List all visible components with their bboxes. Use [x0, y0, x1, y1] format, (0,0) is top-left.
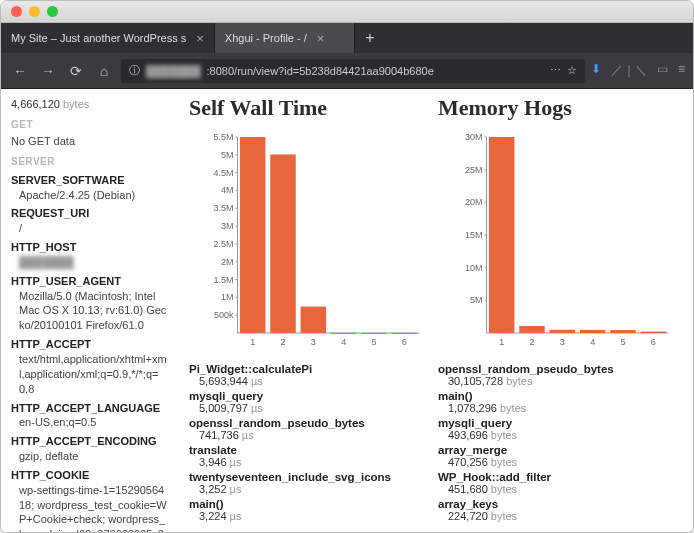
bar[interactable]: [240, 137, 265, 333]
function-metric: 5,693,944 µs: [189, 375, 438, 387]
function-metric: 470,256 bytes: [438, 456, 687, 468]
function-name[interactable]: array_keys: [438, 498, 687, 510]
server-key: HTTP_ACCEPT_LANGUAGE: [11, 401, 167, 416]
server-key: SERVER_SOFTWARE: [11, 173, 167, 188]
function-name[interactable]: twentyseventeen_include_svg_icons: [189, 471, 438, 483]
minimize-window-icon[interactable]: [29, 6, 40, 17]
server-key: REQUEST_URI: [11, 206, 167, 221]
function-name[interactable]: Pi_Widget::calculatePi: [189, 363, 438, 375]
bar[interactable]: [489, 137, 514, 333]
function-list-walltime: Pi_Widget::calculatePi5,693,944 µsmysqli…: [189, 363, 438, 522]
server-key: HTTP_ACCEPT: [11, 337, 167, 352]
svg-text:6: 6: [402, 337, 407, 347]
section-server: SERVER: [11, 155, 167, 169]
function-name[interactable]: mysqli_query: [189, 390, 438, 402]
home-button[interactable]: ⌂: [93, 60, 115, 82]
function-name[interactable]: mysqli_query: [438, 417, 687, 429]
url-bar[interactable]: ⓘ ███████ :8080/run/view?id=5b238d84421a…: [121, 59, 585, 83]
forward-button[interactable]: →: [37, 60, 59, 82]
bar[interactable]: [580, 330, 605, 333]
page-content: 4,666,120 bytes GET No GET data SERVER S…: [1, 89, 693, 532]
close-tab-icon[interactable]: ×: [317, 31, 325, 46]
function-name[interactable]: main(): [438, 390, 687, 402]
svg-text:5: 5: [620, 337, 625, 347]
macos-titlebar: [1, 1, 693, 23]
function-metric: 3,252 µs: [189, 483, 438, 495]
svg-text:3: 3: [560, 337, 565, 347]
section-get: GET: [11, 118, 167, 132]
function-name[interactable]: openssl_random_pseudo_bytes: [438, 363, 687, 375]
function-name[interactable]: openssl_random_pseudo_bytes: [189, 417, 438, 429]
bar[interactable]: [331, 333, 356, 334]
url-host-blurred: ███████: [146, 65, 201, 77]
bar[interactable]: [301, 307, 326, 333]
svg-text:5.5M: 5.5M: [213, 132, 233, 142]
bytes-value: 4,666,120: [11, 98, 60, 110]
download-icon[interactable]: ⬇: [591, 62, 601, 79]
bytes-unit: bytes: [63, 98, 89, 110]
chart-title: Self Wall Time: [189, 95, 438, 121]
server-value: en-US,en;q=0.5: [11, 415, 167, 430]
svg-text:5M: 5M: [221, 150, 234, 160]
svg-text:5M: 5M: [470, 295, 483, 305]
svg-text:3: 3: [311, 337, 316, 347]
server-key: HTTP_COOKIE: [11, 468, 167, 483]
svg-text:1: 1: [499, 337, 504, 347]
sidebar-icon[interactable]: ▭: [657, 62, 668, 79]
back-button[interactable]: ←: [9, 60, 31, 82]
chart-title: Memory Hogs: [438, 95, 687, 121]
svg-text:3.5M: 3.5M: [213, 203, 233, 213]
close-tab-icon[interactable]: ×: [196, 31, 204, 46]
function-name[interactable]: main(): [189, 498, 438, 510]
svg-text:10M: 10M: [465, 263, 483, 273]
bar[interactable]: [270, 154, 295, 333]
server-value: Mozilla/5.0 (Macintosh; Intel Mac OS X 1…: [11, 289, 167, 334]
bar[interactable]: [392, 333, 417, 334]
function-metric: 741,736 µs: [189, 429, 438, 441]
bar[interactable]: [610, 330, 635, 333]
sidebar: 4,666,120 bytes GET No GET data SERVER S…: [1, 89, 177, 532]
function-name[interactable]: translate: [189, 444, 438, 456]
zoom-window-icon[interactable]: [47, 6, 58, 17]
library-icon[interactable]: ／｜＼: [611, 62, 647, 79]
menu-icon[interactable]: ≡: [678, 62, 685, 79]
toolbar: ← → ⟳ ⌂ ⓘ ███████ :8080/run/view?id=5b23…: [1, 53, 693, 89]
main: Self Wall Time 500k1M1.5M2M2.5M3M3.5M4M4…: [177, 89, 693, 532]
svg-text:3M: 3M: [221, 221, 234, 231]
tab-xhgui[interactable]: Xhgui - Profile - / ×: [215, 23, 355, 53]
url-path: :8080/run/view?id=5b238d84421aa9004b680e: [207, 65, 434, 77]
function-metric: 1,078,296 bytes: [438, 402, 687, 414]
bar[interactable]: [361, 333, 386, 334]
new-tab-button[interactable]: +: [355, 23, 385, 53]
svg-text:1: 1: [250, 337, 255, 347]
bar[interactable]: [519, 326, 544, 333]
svg-text:1M: 1M: [221, 292, 234, 302]
function-metric: 224,720 bytes: [438, 510, 687, 522]
function-metric: 451,680 bytes: [438, 483, 687, 495]
svg-text:20M: 20M: [465, 197, 483, 207]
server-key: HTTP_HOST: [11, 240, 167, 255]
reload-button[interactable]: ⟳: [65, 60, 87, 82]
col-wall-time: Self Wall Time 500k1M1.5M2M2.5M3M3.5M4M4…: [189, 95, 438, 532]
summary-bytes: 4,666,120 bytes: [11, 97, 167, 112]
col-memory-hogs: Memory Hogs 5M10M15M20M25M30M123456 open…: [438, 95, 687, 532]
tab-label: My Site – Just another WordPress s: [11, 32, 186, 44]
get-empty: No GET data: [11, 134, 167, 149]
svg-text:6: 6: [651, 337, 656, 347]
chart-memory-hogs: 5M10M15M20M25M30M123456: [438, 131, 687, 351]
server-value: wp-settings-time-1=1529056418; wordpress…: [11, 483, 167, 532]
bar[interactable]: [641, 332, 666, 333]
svg-text:25M: 25M: [465, 165, 483, 175]
server-value: Apache/2.4.25 (Debian): [11, 188, 167, 203]
close-window-icon[interactable]: [11, 6, 22, 17]
tab-wordpress[interactable]: My Site – Just another WordPress s ×: [1, 23, 215, 53]
function-name[interactable]: array_merge: [438, 444, 687, 456]
svg-text:15M: 15M: [465, 230, 483, 240]
function-metric: 3,946 µs: [189, 456, 438, 468]
tab-label: Xhgui - Profile - /: [225, 32, 307, 44]
server-key: HTTP_USER_AGENT: [11, 274, 167, 289]
bar[interactable]: [550, 330, 575, 333]
star-icon[interactable]: ☆: [567, 64, 577, 77]
function-name[interactable]: WP_Hook::add_filter: [438, 471, 687, 483]
tabs-bar: My Site – Just another WordPress s × Xhg…: [1, 23, 693, 53]
